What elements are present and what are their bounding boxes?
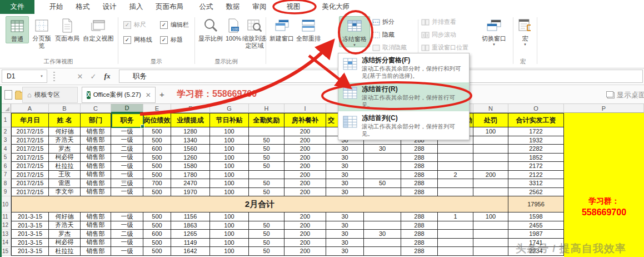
column-header-H[interactable]: H — [249, 104, 284, 113]
table-cell[interactable]: 288 — [401, 230, 438, 239]
table-cell[interactable]: 1970 — [171, 188, 210, 197]
table-cell[interactable] — [438, 230, 473, 239]
table-cell[interactable]: 雷恩 — [49, 179, 81, 188]
table-cell[interactable]: 288 — [401, 179, 438, 188]
table-cell[interactable]: 30 — [326, 212, 364, 221]
checkbox-3[interactable]: ✓标题 — [160, 36, 183, 44]
ribbon-tab-9[interactable]: 视图 — [281, 0, 306, 14]
table-cell[interactable]: 30 — [326, 247, 364, 256]
table-cell[interactable]: 100 — [210, 162, 249, 171]
table-cell[interactable] — [364, 154, 401, 162]
table-cell[interactable] — [364, 171, 401, 180]
table-cell[interactable]: 李文华 — [49, 188, 81, 197]
normal-view-button[interactable]: 普通 — [6, 16, 29, 43]
table-cell[interactable] — [249, 171, 284, 180]
column-header-I[interactable]: I — [284, 104, 326, 113]
column-header-C[interactable]: C — [81, 104, 111, 113]
table-cell[interactable]: 500 — [143, 171, 171, 180]
table-cell[interactable]: 姓 名 — [49, 113, 81, 127]
table-cell[interactable]: 岗位绩效 — [143, 113, 171, 127]
table-cell[interactable]: 30 — [326, 154, 364, 162]
row-header[interactable]: 9 — [0, 188, 11, 197]
table-cell[interactable]: 50 — [364, 179, 401, 188]
table-cell[interactable]: 1580 — [171, 162, 210, 171]
document-tab-0[interactable]: ⌂模板专区 — [22, 87, 78, 103]
table-cell[interactable]: 1852 — [508, 154, 564, 162]
table-cell[interactable] — [249, 127, 284, 136]
table-cell[interactable]: 一级 — [111, 154, 143, 162]
table-cell[interactable]: 700 — [143, 179, 171, 188]
name-box[interactable]: D1 ▼ — [2, 70, 47, 83]
table-cell[interactable]: 30 — [326, 179, 364, 188]
row-header[interactable]: 13 — [0, 230, 11, 239]
table-cell[interactable]: 500 — [143, 239, 171, 248]
zoom-to-selection-button[interactable]: 缩放到选定区域 — [241, 16, 268, 49]
table-cell[interactable]: 200 — [284, 239, 326, 248]
table-cell[interactable] — [473, 239, 508, 248]
table-cell[interactable]: 100 — [210, 221, 249, 230]
table-cell[interactable]: 一级 — [111, 221, 143, 230]
table-cell[interactable]: 200 — [284, 188, 326, 197]
table-cell[interactable]: 二级 — [111, 230, 143, 239]
table-cell[interactable]: 一级 — [111, 239, 143, 248]
row-header[interactable]: 14 — [0, 239, 11, 248]
page-layout-button[interactable]: 页面布局 — [54, 16, 81, 42]
add-tab-button[interactable]: + — [159, 90, 164, 99]
table-cell[interactable]: 柯必得 — [49, 154, 81, 162]
table-cell[interactable]: 100 — [210, 136, 249, 145]
table-cell[interactable]: 201-3-15 — [11, 212, 49, 221]
table-cell[interactable]: 销售部 — [81, 171, 111, 180]
table-cell[interactable]: 288 — [401, 239, 438, 248]
table-cell[interactable]: 100 — [210, 145, 249, 154]
table-cell[interactable]: 2017/2/15 — [11, 171, 49, 180]
table-cell[interactable]: 销售部 — [81, 212, 111, 221]
table-cell[interactable]: 合计实发工资 — [508, 113, 564, 127]
table-cell[interactable]: 200 — [284, 162, 326, 171]
ribbon-tab-6[interactable]: 公式 — [194, 0, 218, 14]
column-header-N[interactable]: N — [473, 104, 508, 113]
ribbon-tab-3[interactable]: 设计 — [98, 0, 121, 14]
show-desktop-button[interactable]: 显示桌面 — [607, 90, 644, 100]
zoom-button[interactable]: 显示比例 — [198, 16, 223, 42]
menu-item-1[interactable]: 冻结首行(R)滚动工作表其余部分时，保持首行可见。 — [338, 82, 469, 111]
table-cell[interactable] — [364, 188, 401, 197]
table-cell[interactable]: 500 — [143, 162, 171, 171]
table-cell[interactable]: 销售部 — [81, 127, 111, 136]
table-cell[interactable]: 一级 — [111, 127, 143, 136]
table-cell[interactable]: 200 — [284, 230, 326, 239]
table-cell[interactable]: 何好德 — [49, 212, 81, 221]
table-cell[interactable]: 600 — [143, 230, 171, 239]
summary-merged-cell[interactable]: 2月合计 — [11, 196, 508, 212]
table-cell[interactable]: 201-3-15 — [11, 239, 49, 248]
new-window-button[interactable]: 新建窗口 — [269, 16, 294, 42]
table-cell[interactable]: 2017/2/15 — [11, 127, 49, 136]
column-header-B[interactable]: B — [49, 104, 81, 113]
checkbox-1[interactable]: ✓编辑栏 — [160, 21, 189, 29]
table-cell[interactable] — [473, 179, 508, 188]
menu-item-2[interactable]: 冻结首列(C)滚动工作表其余部分时，保持首列可见。 — [338, 111, 469, 140]
table-cell[interactable] — [364, 247, 401, 256]
table-cell[interactable]: 2172 — [508, 162, 564, 171]
new-document-icon[interactable] — [4, 90, 12, 100]
table-cell[interactable]: 王玫 — [49, 171, 81, 180]
table-cell[interactable]: 50 — [249, 136, 284, 145]
table-cell[interactable]: 1340 — [171, 136, 210, 145]
table-cell[interactable] — [473, 136, 508, 145]
row-header[interactable]: 6 — [0, 162, 11, 171]
row-header[interactable]: 4 — [0, 145, 11, 154]
table-cell[interactable] — [249, 212, 284, 221]
row-header[interactable]: 5 — [0, 154, 11, 162]
table-cell[interactable]: 1560 — [171, 145, 210, 154]
table-cell[interactable]: 500 — [143, 188, 171, 197]
table-cell[interactable]: 50 — [249, 221, 284, 230]
switch-windows-button[interactable]: 切换窗口 ▼ — [479, 16, 509, 46]
table-cell[interactable]: 2017/2/15 — [11, 136, 49, 145]
table-cell[interactable] — [438, 239, 473, 248]
ribbon-tab-5[interactable]: 页面布局 — [151, 0, 188, 14]
table-cell[interactable]: 2562 — [508, 188, 564, 197]
table-cell[interactable]: 2455 — [508, 221, 564, 230]
split-button[interactable]: 拆分 — [372, 17, 395, 27]
table-cell[interactable]: 100 — [473, 127, 508, 136]
table-cell[interactable]: 200 — [473, 171, 508, 180]
unhide-button[interactable]: 取消隐藏 — [372, 43, 407, 52]
